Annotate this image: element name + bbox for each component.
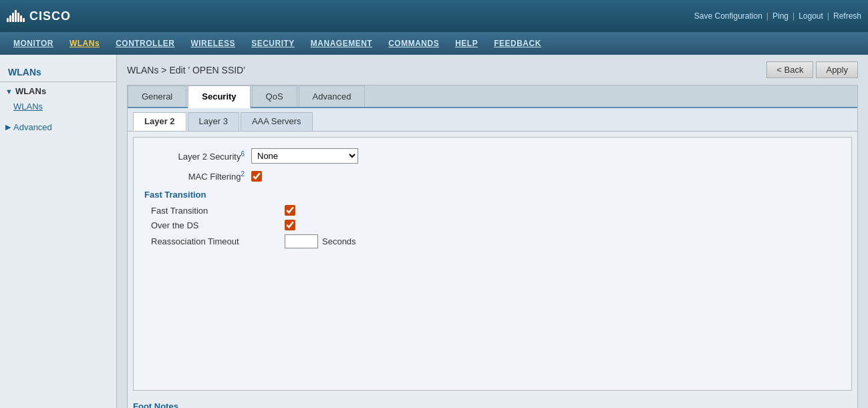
sidebar-advanced-label: Advanced [13,122,52,132]
logout-link[interactable]: Logout [799,11,823,21]
content-area: Layer 2 Security6 NoneWPA+WPA2802.1XStat… [133,137,852,391]
tab-qos[interactable]: QoS [252,85,297,107]
fast-transition-label: Fast Transition [151,206,285,216]
seconds-label: Seconds [322,236,356,246]
top-actions: Save Configuration | Ping | Logout | Ref… [694,11,861,21]
layer2-security-row: Layer 2 Security6 NoneWPA+WPA2802.1XStat… [144,148,841,164]
layer2-security-sup[interactable]: 6 [241,150,245,158]
logo-area: CISCO [7,9,71,23]
nav-wlans[interactable]: WLANs [63,36,106,51]
subtab-aaa-servers[interactable]: AAA Servers [241,112,313,131]
nav-bar: MONITOR WLANs CONTROLLER WIRELESS SECURI… [0,32,868,55]
reassociation-timeout-label: Reassociation Timeout [151,236,285,246]
nav-security[interactable]: SECURITY [245,36,301,51]
mac-filtering-row: MAC Filtering2 [144,170,841,182]
wlans-arrow-icon: ▼ [5,87,13,95]
mac-filtering-label: MAC Filtering2 [144,170,251,182]
back-button[interactable]: < Back [766,61,813,78]
sidebar-wlans-label: WLANs [15,86,46,96]
nav-commands[interactable]: COMMANDS [382,36,446,51]
cisco-logo: CISCO [7,9,71,23]
tab-security[interactable]: Security [188,85,250,108]
over-ds-row: Over the DS [144,220,841,230]
nav-management[interactable]: MANAGEMENT [304,36,379,51]
nav-controller[interactable]: CONTROLLER [109,36,181,51]
layout: WLANs ▼ WLANs WLANs ▶ Advanced WLANs > E… [0,55,868,408]
main-tabs: General Security QoS Advanced [128,85,857,108]
nav-monitor[interactable]: MONITOR [7,36,60,51]
fast-transition-row: Fast Transition [144,205,841,216]
fast-transition-section-title: Fast Transition [144,190,841,200]
sidebar-item-wlans[interactable]: WLANs [0,99,116,114]
tab-advanced[interactable]: Advanced [299,85,366,107]
layer2-security-select[interactable]: NoneWPA+WPA2802.1XStatic WEPCKIP [251,148,358,164]
advanced-arrow-icon: ▶ [5,123,11,132]
tabs-container: General Security QoS Advanced Layer 2 La… [127,85,858,408]
reassociation-timeout-input[interactable]: 20 [285,234,318,248]
sub-tabs: Layer 2 Layer 3 AAA Servers [128,108,857,132]
mac-filtering-checkbox[interactable] [251,171,262,182]
subtab-layer2[interactable]: Layer 2 [133,112,186,131]
save-config-link[interactable]: Save Configuration [694,11,762,21]
nav-feedback[interactable]: FEEDBACK [487,36,548,51]
subtab-layer3[interactable]: Layer 3 [188,112,239,131]
footnotes-title: Foot Notes [133,401,852,408]
sidebar-wlans-group[interactable]: ▼ WLANs [0,83,116,99]
breadcrumb: WLANs > Edit ' OPEN SSID' [127,65,245,75]
over-ds-checkbox[interactable] [285,220,295,230]
top-bar: CISCO Save Configuration | Ping | Logout… [0,0,868,32]
refresh-link[interactable]: Refresh [833,11,861,21]
nav-help[interactable]: HELP [448,36,484,51]
tab-general[interactable]: General [128,85,186,107]
header-buttons: < Back Apply [766,61,858,78]
nav-wireless[interactable]: WIRELESS [184,36,242,51]
main-content: WLANs > Edit ' OPEN SSID' < Back Apply G… [117,55,868,408]
ping-link[interactable]: Ping [772,11,788,21]
fast-transition-checkbox[interactable] [285,205,295,216]
over-ds-label: Over the DS [151,220,285,230]
sidebar-item-advanced[interactable]: ▶ Advanced [0,120,116,135]
layer2-security-label: Layer 2 Security6 [144,150,251,162]
sidebar: WLANs ▼ WLANs WLANs ▶ Advanced [0,55,117,408]
sidebar-section-title: WLANs [0,61,116,80]
footnotes: Foot Notes 1 Web Policy cannot be used i… [128,396,857,408]
mac-filtering-sup[interactable]: 2 [241,170,245,178]
apply-button[interactable]: Apply [816,61,858,78]
reassociation-timeout-row: Reassociation Timeout 20 Seconds [144,234,841,248]
page-header: WLANs > Edit ' OPEN SSID' < Back Apply [127,61,858,78]
